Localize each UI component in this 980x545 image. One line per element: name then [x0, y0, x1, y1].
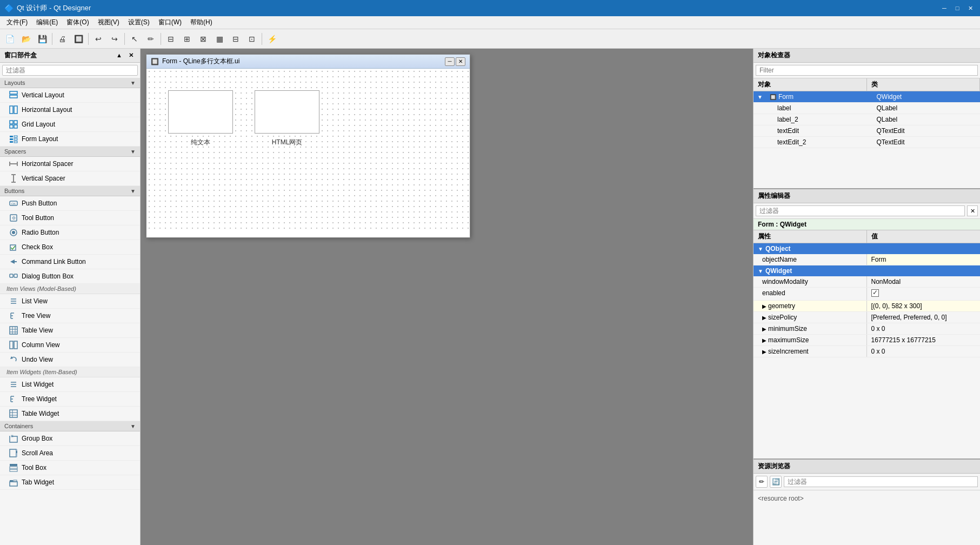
- enabled-checkbox[interactable]: [871, 289, 879, 297]
- item-vertical-spacer[interactable]: Vertical Spacer: [0, 171, 140, 186]
- menu-help[interactable]: 帮助(H): [186, 17, 217, 28]
- layout-v-button[interactable]: ⊞: [179, 31, 195, 46]
- section-item-views[interactable]: Item Views (Model-Based): [0, 284, 140, 294]
- oi-row-form[interactable]: ▼ 🔲 Form QWidget: [754, 91, 980, 103]
- pe-sizepolicy-expand[interactable]: ▶: [762, 315, 766, 321]
- oi-row-label[interactable]: label QLabel: [754, 103, 980, 114]
- item-tree-widget[interactable]: Tree Widget: [0, 392, 140, 407]
- item-horizontal-layout[interactable]: Horizontal Layout: [0, 103, 140, 117]
- item-check-box[interactable]: Check Box: [0, 240, 140, 255]
- close-widget-box-button[interactable]: ✕: [126, 51, 136, 59]
- pe-val-windowmodality[interactable]: NonModal: [867, 276, 981, 287]
- pe-row-sizepolicy[interactable]: ▶sizePolicy [Preferred, Preferred, 0, 0]: [754, 312, 980, 323]
- item-grid-layout[interactable]: Grid Layout: [0, 117, 140, 132]
- item-form-layout[interactable]: Form Layout: [0, 132, 140, 147]
- layout-form-button[interactable]: ▦: [212, 31, 227, 46]
- minimize-button[interactable]: ─: [939, 3, 950, 14]
- open-button[interactable]: 📂: [18, 31, 34, 46]
- form-close-button[interactable]: ✕: [456, 57, 465, 66]
- item-tool-box[interactable]: Tool Box: [0, 461, 140, 475]
- signal-button[interactable]: ⚡: [264, 31, 279, 46]
- item-group-box[interactable]: ▣ Group Box: [0, 431, 140, 446]
- form-content[interactable]: 纯文本 HTML网页: [146, 69, 470, 231]
- layout-break-button[interactable]: ⊟: [228, 31, 243, 46]
- preview-button[interactable]: 🔲: [71, 31, 86, 46]
- pe-row-sizeincrement[interactable]: ▶sizeIncrement 0 x 0: [754, 346, 980, 357]
- menu-bar: 文件(F) 编辑(E) 窗体(O) 视图(V) 设置(S) 窗口(W) 帮助(H…: [0, 16, 980, 29]
- list-widget-label: List Widget: [22, 381, 54, 388]
- layout-h-button[interactable]: ⊟: [163, 31, 178, 46]
- pe-val-enabled[interactable]: [867, 288, 981, 300]
- oi-row-textedit[interactable]: textEdit QTextEdit: [754, 125, 980, 137]
- undo-button[interactable]: ↩: [91, 31, 106, 46]
- rb-refresh-button[interactable]: 🔄: [770, 476, 782, 488]
- oi-expand-form[interactable]: ▼: [754, 91, 766, 102]
- rb-edit-button[interactable]: ✏: [756, 476, 768, 488]
- widget-edit-button[interactable]: ✏: [143, 31, 158, 46]
- section-containers[interactable]: Containers ▼: [0, 421, 140, 431]
- close-button[interactable]: ✕: [965, 3, 976, 14]
- item-horizontal-spacer[interactable]: Horizontal Spacer: [0, 157, 140, 171]
- pe-section-qwidget[interactable]: ▼ QWidget: [754, 265, 980, 276]
- item-tool-button[interactable]: ⚙ Tool Button: [0, 211, 140, 225]
- item-undo-view[interactable]: Undo View: [0, 353, 140, 367]
- pe-row-enabled[interactable]: enabled: [754, 288, 980, 301]
- text-edit-1[interactable]: [168, 90, 233, 134]
- pointer-button[interactable]: ↖: [127, 31, 142, 46]
- menu-window[interactable]: 窗口(W): [154, 17, 186, 28]
- pe-geometry-expand[interactable]: ▶: [762, 303, 766, 309]
- item-tree-view[interactable]: Tree View: [0, 309, 140, 323]
- new-button[interactable]: 📄: [2, 31, 17, 46]
- form-window[interactable]: 🔲 Form - QLine多行文本框.ui ─ ✕ 纯文本 HTML网页: [146, 54, 470, 238]
- menu-edit[interactable]: 编辑(E): [32, 17, 62, 28]
- pe-row-maximumsize[interactable]: ▶maximumSize 16777215 x 16777215: [754, 335, 980, 346]
- pe-filter-btn1[interactable]: ✕: [967, 205, 978, 216]
- item-column-view[interactable]: Column View: [0, 338, 140, 353]
- menu-form[interactable]: 窗体(O): [62, 17, 93, 28]
- save-button[interactable]: 💾: [35, 31, 50, 46]
- layout-adjust-button[interactable]: ⊡: [244, 31, 259, 46]
- pe-maximumsize-expand[interactable]: ▶: [762, 337, 766, 343]
- oi-filter-input[interactable]: [756, 65, 978, 76]
- section-layouts[interactable]: Layouts ▼: [0, 78, 140, 88]
- maximize-button[interactable]: □: [952, 3, 963, 14]
- pe-sizeincrement-expand[interactable]: ▶: [762, 349, 766, 355]
- print-button[interactable]: 🖨: [55, 31, 70, 46]
- pe-row-windowmodality[interactable]: windowModality NonModal: [754, 276, 980, 288]
- undock-button[interactable]: ▲: [114, 51, 124, 59]
- oi-row-textedit2[interactable]: textEdit_2 QTextEdit: [754, 137, 980, 148]
- item-list-view[interactable]: List View: [0, 294, 140, 309]
- item-scroll-area[interactable]: Scroll Area: [0, 446, 140, 461]
- item-list-widget[interactable]: List Widget: [0, 377, 140, 392]
- item-radio-button[interactable]: Radio Button: [0, 225, 140, 240]
- canvas-area[interactable]: 🔲 Form - QLine多行文本框.ui ─ ✕ 纯文本 HTML网页: [141, 49, 753, 545]
- item-command-link[interactable]: Command Link Button: [0, 255, 140, 269]
- text-edit-2[interactable]: [255, 90, 319, 134]
- pe-minimumsize-expand[interactable]: ▶: [762, 326, 766, 332]
- oi-row-label2[interactable]: label_2 QLabel: [754, 114, 980, 125]
- form-minimize-button[interactable]: ─: [445, 57, 455, 66]
- layout-grid-button[interactable]: ⊠: [196, 31, 211, 46]
- section-buttons[interactable]: Buttons ▼: [0, 186, 140, 196]
- pe-filter-input[interactable]: [756, 205, 965, 216]
- section-item-widgets[interactable]: Item Widgets (Item-Based): [0, 367, 140, 377]
- redo-button[interactable]: ↪: [107, 31, 122, 46]
- menu-file[interactable]: 文件(F): [2, 17, 32, 28]
- item-push-button[interactable]: OK Push Button: [0, 196, 140, 211]
- item-tab-widget[interactable]: Tab Widget: [0, 475, 140, 490]
- pe-row-geometry[interactable]: ▶geometry [(0, 0), 582 x 300]: [754, 301, 980, 312]
- item-table-widget[interactable]: Table Widget: [0, 407, 140, 421]
- pe-row-minimumsize[interactable]: ▶minimumSize 0 x 0: [754, 323, 980, 335]
- pe-val-objectname[interactable]: Form: [867, 254, 981, 265]
- widget-filter-input[interactable]: [2, 65, 138, 76]
- menu-view[interactable]: 视图(V): [94, 17, 124, 28]
- item-table-view[interactable]: Table View: [0, 323, 140, 338]
- pe-row-objectname[interactable]: objectName Form: [754, 254, 980, 265]
- menu-settings[interactable]: 设置(S): [124, 17, 154, 28]
- section-spacers[interactable]: Spacers ▼: [0, 147, 140, 157]
- item-vertical-layout[interactable]: Vertical Layout: [0, 88, 140, 103]
- rb-filter-input[interactable]: [784, 476, 978, 487]
- pe-section-qobject[interactable]: ▼ QObject: [754, 243, 980, 254]
- svg-text:OK: OK: [11, 202, 16, 205]
- item-dialog-button-box[interactable]: Dialog Button Box: [0, 269, 140, 284]
